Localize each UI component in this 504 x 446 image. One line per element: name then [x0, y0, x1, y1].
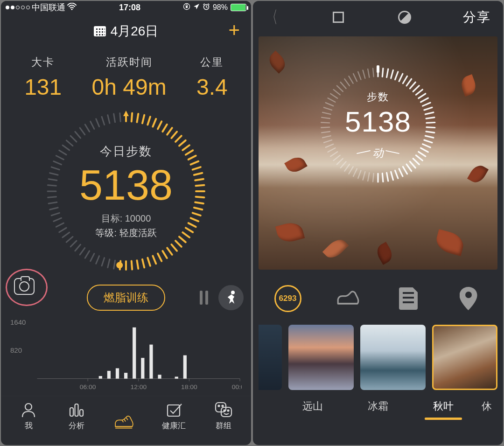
date-header[interactable]: 4月26日 + — [1, 14, 251, 45]
svg-rect-94 — [99, 376, 102, 379]
overlay-option-note[interactable] — [393, 284, 423, 314]
svg-rect-122 — [80, 410, 83, 416]
svg-rect-121 — [75, 404, 78, 416]
carrier-label: 中国联通 — [32, 2, 65, 13]
svg-rect-99 — [141, 358, 144, 378]
overlay-option-location[interactable] — [454, 284, 483, 314]
metric-value: 3.4 — [196, 74, 228, 100]
svg-rect-96 — [116, 368, 119, 378]
svg-rect-103 — [175, 376, 178, 378]
metric-active-time[interactable]: 活跃时间 0h 49m — [92, 55, 167, 100]
overlay-steps-label: 步数 — [367, 90, 389, 104]
overlay-brand: 动 — [355, 146, 401, 160]
overlay-dial: 步数 5138 动 — [317, 64, 439, 186]
check-box-icon — [164, 401, 184, 418]
tab-label: 健康汇 — [162, 420, 186, 431]
overlay-option-ring[interactable]: 6293 — [273, 284, 303, 314]
chart-ytick: 1640 — [10, 318, 26, 326]
metric-label: 大卡 — [24, 55, 62, 70]
runner-icon — [225, 291, 237, 305]
date-text: 4月26日 — [111, 22, 159, 40]
svg-point-0 — [71, 8, 72, 10]
theme-label: 冰霜 — [345, 399, 411, 413]
lock-rotation-icon — [183, 3, 190, 12]
run-button[interactable] — [218, 285, 244, 310]
theme-thumb-mountain[interactable] — [288, 325, 354, 390]
crop-button[interactable] — [331, 10, 346, 25]
svg-text:12:00: 12:00 — [130, 384, 147, 391]
battery-percent: 98% — [213, 3, 228, 12]
group-icon — [213, 401, 234, 418]
overlay-options: 6293 — [253, 274, 503, 325]
svg-rect-120 — [70, 408, 73, 416]
chart-ytick: 820 — [10, 346, 22, 354]
status-bar: 中国联通 17:08 98% — [1, 1, 251, 14]
theme-label: 休 — [476, 399, 497, 413]
person-icon — [18, 401, 39, 418]
camera-button[interactable] — [14, 278, 35, 295]
metrics-row: 大卡 131 活跃时间 0h 49m 公里 3.4 — [1, 45, 251, 103]
svg-rect-98 — [133, 328, 136, 379]
signal-dots-icon — [6, 6, 30, 9]
svg-rect-95 — [107, 371, 111, 379]
tab-steps[interactable] — [114, 413, 134, 431]
tab-label: 分析 — [69, 420, 84, 431]
theme-thumb-leaves[interactable] — [432, 325, 497, 390]
tab-health[interactable]: 健康汇 — [162, 401, 186, 431]
metric-label: 公里 — [196, 55, 228, 70]
fat-burn-button[interactable]: 燃脂训练 — [87, 285, 165, 311]
theme-thumb-prev[interactable] — [259, 325, 282, 390]
tab-me[interactable]: 我 — [18, 401, 39, 431]
hourly-chart[interactable]: 1640 820 06:0012:0018:0000:00 — [1, 316, 251, 396]
svg-text:06:00: 06:00 — [80, 384, 96, 391]
svg-rect-2 — [186, 6, 188, 8]
tab-group[interactable]: 群组 — [213, 401, 234, 431]
metric-value: 0h 49m — [92, 74, 167, 100]
pause-button[interactable] — [200, 291, 208, 305]
wifi-icon — [67, 3, 77, 13]
contrast-icon — [398, 11, 411, 24]
svg-rect-100 — [149, 345, 153, 379]
svg-rect-104 — [183, 355, 187, 379]
share-button[interactable]: 分享 — [463, 8, 491, 26]
tab-label: 我 — [25, 420, 33, 431]
theme-label: 秋叶 — [411, 399, 476, 413]
tab-analysis[interactable]: 分析 — [66, 401, 87, 431]
svg-text:18:00: 18:00 — [181, 384, 197, 391]
svg-point-129 — [227, 410, 229, 411]
battery-icon — [231, 4, 246, 11]
location-icon — [193, 3, 200, 12]
steps-label: 今日步数 — [100, 143, 152, 160]
calendar-icon — [94, 26, 106, 36]
steps-dial[interactable]: 今日步数 5138 目标: 10000 等级: 轻度活跃 — [44, 110, 208, 273]
theme-thumbnails[interactable] — [253, 325, 503, 394]
tab-label: 群组 — [216, 420, 231, 431]
status-time: 17:08 — [77, 3, 183, 13]
shoe-icon — [336, 289, 361, 308]
svg-point-119 — [25, 404, 32, 410]
pin-icon — [460, 287, 477, 310]
filter-button[interactable] — [397, 10, 412, 25]
photo-preview[interactable]: 步数 5138 动 — [259, 36, 497, 270]
metric-distance[interactable]: 公里 3.4 — [196, 55, 228, 100]
alarm-icon — [203, 3, 210, 12]
share-header: 〈 分享 — [253, 1, 503, 32]
left-phone: 中国联通 17:08 98% 4 — [1, 1, 251, 445]
square-icon — [333, 12, 344, 23]
svg-point-127 — [222, 405, 223, 407]
metric-calories[interactable]: 大卡 131 — [24, 55, 62, 100]
metric-value: 131 — [24, 74, 62, 100]
svg-point-126 — [218, 405, 219, 407]
steps-value: 5138 — [79, 161, 173, 209]
theme-label: 远山 — [280, 399, 345, 413]
bars-icon — [66, 401, 87, 418]
theme-thumb-frost[interactable] — [360, 325, 426, 390]
overlay-option-shoe[interactable] — [333, 284, 363, 314]
right-phone: 〈 分享 步数 5138 动 — [253, 1, 503, 445]
shoe-icon — [114, 413, 134, 431]
back-button[interactable]: 〈 — [265, 10, 280, 25]
add-button[interactable]: + — [228, 21, 240, 40]
overlay-steps-value: 5138 — [345, 105, 411, 138]
metric-label: 活跃时间 — [92, 55, 167, 70]
svg-rect-97 — [124, 373, 127, 379]
